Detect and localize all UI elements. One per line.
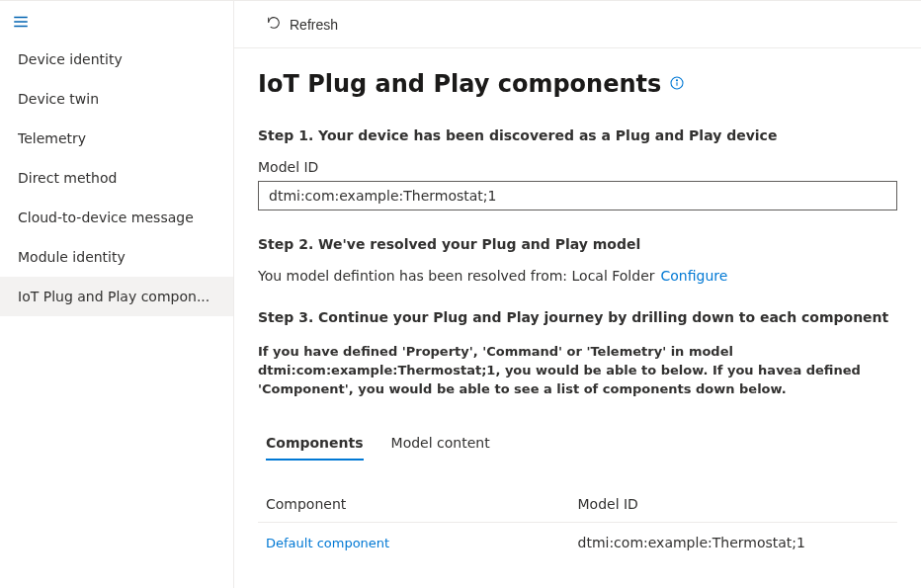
step3-section: Step 3. Continue your Plug and Play jour… [258, 309, 897, 562]
row-model-id: dtmi:com:example:Thermostat;1 [578, 535, 805, 550]
main-panel: Refresh IoT Plug and Play components Ste… [234, 1, 921, 588]
info-icon[interactable] [669, 75, 685, 94]
tab-components[interactable]: Components [266, 427, 364, 461]
sidebar-item-device-identity[interactable]: Device identity [0, 40, 233, 79]
sidebar-item-c2d-message[interactable]: Cloud-to-device message [0, 198, 233, 237]
component-link[interactable]: Default component [266, 536, 389, 550]
step1-section: Step 1. Your device has been discovered … [258, 127, 897, 210]
tab-model-content[interactable]: Model content [391, 427, 490, 461]
step2-heading: Step 2. We've resolved your Plug and Pla… [258, 236, 897, 252]
tab-list: Components Model content [258, 427, 897, 461]
step3-heading: Step 3. Continue your Plug and Play jour… [258, 309, 897, 325]
app-shell: Device identity Device twin Telemetry Di… [0, 0, 921, 588]
model-id-field[interactable]: dtmi:com:example:Thermostat;1 [258, 181, 897, 210]
sidebar-item-telemetry[interactable]: Telemetry [0, 119, 233, 158]
components-table: Component Model ID Default component dtm… [258, 486, 897, 562]
th-component: Component [266, 496, 578, 512]
refresh-button[interactable]: Refresh [258, 9, 346, 40]
table-header-row: Component Model ID [258, 486, 897, 523]
hamburger-icon [12, 18, 30, 34]
step2-resolved-prefix: You model defintion has been resolved fr… [258, 268, 655, 284]
sidebar-item-module-identity[interactable]: Module identity [0, 237, 233, 277]
refresh-label: Refresh [290, 17, 338, 33]
step2-resolved-text: You model defintion has been resolved fr… [258, 268, 897, 284]
refresh-icon [266, 15, 282, 34]
svg-point-5 [677, 79, 678, 80]
step2-section: Step 2. We've resolved your Plug and Pla… [258, 236, 897, 284]
hamburger-menu-button[interactable] [0, 7, 233, 40]
table-row: Default component dtmi:com:example:Therm… [258, 523, 897, 562]
configure-link[interactable]: Configure [661, 268, 728, 284]
step3-description: If you have defined 'Property', 'Command… [258, 343, 897, 399]
th-model-id: Model ID [578, 496, 890, 512]
page-title: IoT Plug and Play components [258, 70, 661, 98]
step1-heading: Step 1. Your device has been discovered … [258, 127, 897, 143]
sidebar-item-device-twin[interactable]: Device twin [0, 79, 233, 119]
sidebar-item-iot-pnp-components[interactable]: IoT Plug and Play compon... [0, 277, 233, 316]
page-title-row: IoT Plug and Play components [258, 70, 897, 98]
sidebar-item-direct-method[interactable]: Direct method [0, 158, 233, 198]
model-id-label: Model ID [258, 159, 897, 175]
command-bar: Refresh [234, 1, 921, 48]
sidebar: Device identity Device twin Telemetry Di… [0, 1, 234, 588]
content-scroll[interactable]: IoT Plug and Play components Step 1. You… [234, 48, 921, 588]
